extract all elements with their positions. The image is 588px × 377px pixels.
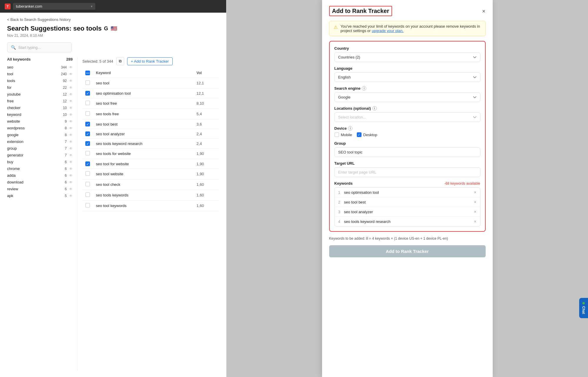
keyword-sidebar-item[interactable]: chrome 6 👁: [7, 165, 73, 172]
kw-eye-icon[interactable]: 👁: [69, 153, 73, 157]
kw-eye-icon[interactable]: 👁: [69, 140, 73, 144]
kw-eye-icon[interactable]: 👁: [69, 65, 73, 69]
language-select[interactable]: English: [334, 72, 480, 82]
row-checkbox[interactable]: [85, 80, 90, 85]
kw-eye-icon[interactable]: 👁: [69, 133, 73, 137]
keyword-sidebar: All keywords 289 seo 344 👁 tool 240 👁 to…: [7, 57, 78, 371]
group-group: Group SEO tool topic: [334, 141, 480, 157]
kw-eye-icon[interactable]: 👁: [69, 106, 73, 110]
country-select[interactable]: Countries (2): [334, 52, 480, 62]
kw-eye-icon[interactable]: 👁: [69, 174, 73, 178]
row-checkbox[interactable]: ✓: [85, 131, 90, 136]
kw-eye-icon[interactable]: 👁: [69, 113, 73, 117]
chat-button[interactable]: Chat: [579, 298, 588, 318]
row-keyword: seo tool keywords: [93, 201, 194, 211]
keyword-sidebar-item[interactable]: free 12 👁: [7, 98, 73, 104]
table-toolbar: Selected: 5 of 344 ⧉ + Add to Rank Track…: [82, 57, 219, 65]
locations-info-icon[interactable]: i: [372, 106, 377, 111]
keyword-sidebar-item[interactable]: checker 10 👁: [7, 104, 73, 111]
modal-kw-num: 2: [338, 200, 344, 204]
volume-column-header: Vol: [194, 68, 219, 78]
row-keyword: seo tool check: [93, 179, 194, 190]
row-checkbox[interactable]: [85, 101, 90, 105]
keyword-sidebar-item[interactable]: wordpress 8 👁: [7, 125, 73, 131]
kw-eye-icon[interactable]: 👁: [69, 146, 73, 151]
modal-kw-remove[interactable]: ×: [474, 200, 476, 204]
keyword-sidebar-item[interactable]: review 6 👁: [7, 186, 73, 192]
modal-footer: Add to Rank Tracker: [329, 245, 486, 257]
select-all-checkbox[interactable]: —: [85, 71, 90, 75]
keyword-sidebar-item[interactable]: tools 92 👁: [7, 77, 73, 84]
page-title: Search Suggestions: seo tools G 🇺🇸: [7, 25, 219, 32]
back-link[interactable]: < Back to Search Suggestions history: [7, 17, 219, 22]
keyword-sidebar-item[interactable]: generator 7 👁: [7, 152, 73, 159]
search-input[interactable]: Start typing...: [18, 45, 41, 50]
row-checkbox[interactable]: [85, 203, 90, 208]
keyword-sidebar-item[interactable]: for 22 👁: [7, 84, 73, 91]
row-volume: 2,4: [194, 129, 219, 139]
kw-eye-icon[interactable]: 👁: [69, 119, 73, 124]
keyword-sidebar-item[interactable]: adda 6 👁: [7, 172, 73, 179]
google-icon: G: [104, 26, 108, 32]
keyword-sidebar-item[interactable]: keyword 10 👁: [7, 111, 73, 118]
modal-close-button[interactable]: ×: [482, 8, 486, 14]
row-checkbox[interactable]: [85, 192, 90, 197]
add-to-rank-tracker-button[interactable]: Add to Rank Tracker: [329, 245, 486, 257]
row-checkbox[interactable]: ✓: [85, 161, 90, 166]
add-to-rank-tracker-toolbar-button[interactable]: + Add to Rank Tracker: [127, 57, 173, 65]
row-checkbox[interactable]: [85, 151, 90, 156]
keyword-sidebar-item[interactable]: apk 5 👁: [7, 192, 73, 199]
keyword-sidebar-item[interactable]: website 9 👁: [7, 118, 73, 125]
locations-select[interactable]: Select location...: [334, 112, 480, 122]
search-box[interactable]: 🔍 Start typing...: [7, 42, 72, 52]
device-info-icon[interactable]: i: [348, 126, 352, 131]
kw-eye-icon[interactable]: 👁: [69, 180, 73, 184]
search-engine-select[interactable]: Google: [334, 92, 480, 102]
upgrade-plan-link[interactable]: upgrade your plan.: [372, 29, 404, 33]
keyword-sidebar-item[interactable]: seo 344 👁: [7, 64, 73, 71]
modal-kw-remove[interactable]: ×: [474, 209, 476, 214]
modal-kw-remove[interactable]: ×: [474, 190, 476, 195]
kw-sidebar-item-name: checker: [7, 106, 21, 110]
kw-eye-icon[interactable]: 👁: [69, 160, 73, 164]
kw-eye-icon[interactable]: 👁: [69, 194, 73, 198]
desktop-checkbox[interactable]: ✓: [357, 132, 362, 137]
keyword-sidebar-item[interactable]: tool 240 👁: [7, 71, 73, 77]
group-input[interactable]: SEO tool topic: [334, 147, 480, 157]
keyword-sidebar-item[interactable]: google 8 👁: [7, 131, 73, 138]
kw-eye-icon[interactable]: 👁: [69, 99, 73, 103]
row-checkbox[interactable]: [85, 171, 90, 176]
browser-url-bar[interactable]: tuberanker.com ▾: [13, 3, 95, 10]
target-url-input[interactable]: [334, 167, 480, 177]
row-keyword: seo tool best: [93, 119, 194, 129]
table-row: ✓ seo tools keyword research 2,4: [82, 139, 219, 149]
kw-eye-icon[interactable]: 👁: [69, 86, 73, 90]
kw-eye-icon[interactable]: 👁: [69, 126, 73, 130]
search-engine-info-icon[interactable]: i: [362, 86, 366, 91]
keyword-sidebar-item[interactable]: group 7 👁: [7, 145, 73, 152]
locations-label: Locations (optional) i: [334, 106, 480, 111]
keyword-sidebar-item[interactable]: buy 6 👁: [7, 159, 73, 165]
keyword-sidebar-item[interactable]: youtube 12 👁: [7, 91, 73, 98]
copy-button[interactable]: ⧉: [116, 57, 124, 65]
kw-eye-icon[interactable]: 👁: [69, 167, 73, 171]
kw-eye-icon[interactable]: 👁: [69, 72, 73, 76]
modal-kw-remove[interactable]: ×: [474, 219, 476, 224]
warning-icon: ⚠: [334, 24, 338, 30]
row-checkbox[interactable]: ✓: [85, 122, 90, 126]
row-checkbox[interactable]: ✓: [85, 141, 90, 146]
row-checkbox[interactable]: [85, 111, 90, 116]
flag-icon: 🇺🇸: [111, 25, 117, 32]
kw-eye-icon[interactable]: 👁: [69, 187, 73, 191]
row-checkbox-cell: [82, 109, 93, 119]
modal-kw-text: seo optimisation tool: [344, 190, 474, 195]
kw-sidebar-item-name: review: [7, 187, 18, 191]
keyword-sidebar-item[interactable]: extension 7 👁: [7, 138, 73, 145]
keywords-table-area: All keywords 289 seo 344 👁 tool 240 👁 to…: [7, 57, 219, 371]
row-checkbox[interactable]: ✓: [85, 91, 90, 96]
mobile-checkbox[interactable]: [334, 132, 339, 137]
kw-eye-icon[interactable]: 👁: [69, 79, 73, 83]
kw-eye-icon[interactable]: 👁: [69, 92, 73, 96]
keyword-sidebar-item[interactable]: download 6 👁: [7, 179, 73, 186]
row-checkbox[interactable]: [85, 182, 90, 186]
